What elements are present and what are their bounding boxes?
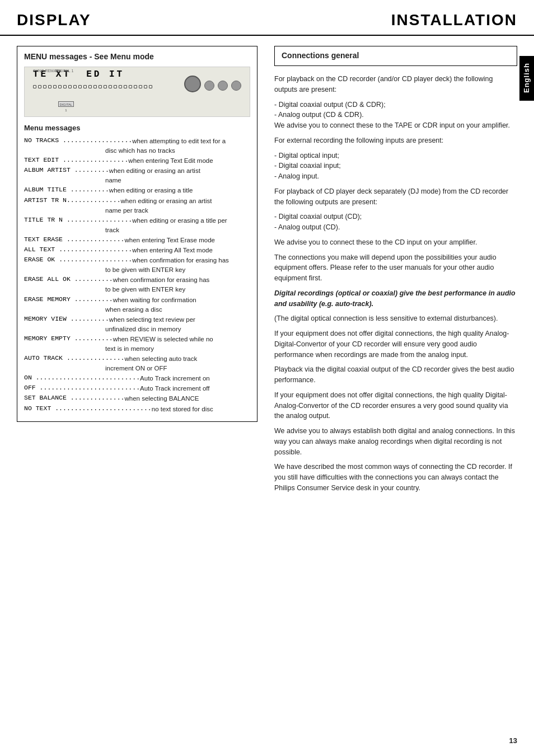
menu-code: ALBUM ARTIST .........	[24, 166, 109, 175]
page-number: 13	[509, 736, 517, 745]
menu-messages-title: Menu messages	[24, 124, 250, 132]
connections-para-13: The connections you make will depend upo…	[274, 252, 517, 284]
menu-desc-cont: when erasing a disc	[24, 305, 250, 314]
connections-content: For playback on the CD recorder (and/or …	[274, 74, 517, 494]
menu-code: ERASE ALL OK ..........	[24, 275, 113, 284]
connections-para-14: (The digital optical connection is less …	[274, 313, 517, 324]
menu-desc-cont: to be given with ENTER key	[24, 285, 250, 294]
list-item: NO TRACKS .................. when attemp…	[24, 137, 250, 155]
device-knob-small3	[231, 81, 241, 91]
device-dot	[119, 85, 122, 88]
connections-para-2: - Digital coaxial output (CD & CDR);	[274, 100, 517, 110]
connections-para-9: For playback of CD player deck separatel…	[274, 186, 517, 208]
header-installation-title: INSTALLATION	[391, 11, 517, 29]
device-dot	[33, 85, 36, 88]
menu-desc: Auto Track increment off	[140, 384, 209, 393]
menu-desc-cont: name per track	[24, 206, 250, 215]
menu-desc-cont: unfinalized disc in memory	[24, 325, 250, 334]
menu-desc-cont: disc which has no tracks	[24, 146, 250, 155]
menu-desc: when editing or erasing an artist	[109, 166, 200, 175]
connections-para-15: If your equipment does not offer digital…	[274, 328, 517, 360]
menu-code: ALL TEXT ...................	[24, 246, 132, 255]
list-item: TITLE TR N ................. when editin…	[24, 216, 250, 234]
device-dot	[48, 85, 51, 88]
list-item: SET BALANCE .............. when selectin…	[24, 394, 250, 403]
menu-desc-cont: name	[24, 176, 250, 185]
device-dots-row	[33, 85, 152, 88]
menu-desc: when editing or erasing a title	[109, 186, 193, 195]
menu-code: ON ...........................	[24, 374, 140, 383]
device-dot	[53, 85, 57, 88]
menu-desc-cont: to be given with ENTER key	[24, 265, 250, 274]
menu-table: NO TRACKS .................. when attemp…	[24, 137, 250, 414]
menu-desc: when selecting auto track	[124, 354, 197, 363]
list-item: ALL TEXT ................... when enteri…	[24, 246, 250, 255]
device-dot	[78, 85, 82, 88]
list-item: TEXT ERASE ............... when entering…	[24, 236, 250, 245]
device-bottom-label: DIGITAL 1	[58, 101, 75, 112]
connections-para-4: We advise you to connect these to the TA…	[274, 120, 517, 131]
device-image: TE XT ED IT	[24, 67, 250, 117]
device-dot	[129, 85, 132, 88]
list-item: MEMORY EMPTY .......... when REVIEW is s…	[24, 335, 250, 353]
device-dot	[83, 85, 87, 88]
language-tab: English	[519, 56, 534, 101]
menu-messages-box: MENU messages - See Menu mode TE XT ED I…	[17, 46, 257, 422]
device-dot	[73, 85, 77, 88]
device-knob-small2	[218, 81, 228, 91]
menu-desc: when REVIEW is selected while no	[113, 335, 213, 344]
device-dot	[149, 85, 152, 88]
list-item: MEMORY VIEW .......... when selecting te…	[24, 315, 250, 334]
connections-para-12: We advise you to connect these to the CD…	[274, 237, 517, 248]
list-item: AUTO TRACK ............... when selectin…	[24, 354, 250, 373]
menu-code: ERASE OK ...................	[24, 256, 132, 265]
list-item: ERASE OK ................... when confir…	[24, 256, 250, 274]
menu-code: TEXT ERASE ...............	[24, 236, 124, 245]
menu-desc: when waiting for confirmation	[113, 295, 196, 304]
list-item: ALBUM ARTIST ......... when editing or e…	[24, 166, 250, 185]
list-item: NO TEXT ......................... no tex…	[24, 405, 250, 414]
device-dot	[109, 85, 112, 88]
connections-para-10: - Digital coaxial output (CD);	[274, 212, 517, 222]
device-knob-small	[204, 81, 214, 91]
menu-desc: Auto Track increment on	[140, 374, 210, 383]
page: DISPLAY INSTALLATION English MENU messag…	[0, 0, 534, 756]
menu-code: ARTIST TR N..............	[24, 196, 121, 205]
device-dot	[134, 85, 137, 88]
connections-para-16: Playback via the digital coaxial output …	[274, 364, 517, 386]
device-dot	[68, 85, 72, 88]
menu-desc: when attempting to edit text for a	[132, 137, 226, 145]
menu-code: NO TEXT .........................	[24, 405, 152, 414]
connections-para-18: We advise you to always establish both d…	[274, 426, 517, 457]
list-item: ERASE MEMORY .......... when waiting for…	[24, 295, 250, 314]
list-item: TEXT EDIT ................. when enterin…	[24, 156, 250, 165]
menu-code: MEMORY VIEW ..........	[24, 315, 109, 324]
connections-para-3: - Analog output (CD & CDR).	[274, 110, 517, 120]
list-item: ON ........................... Auto Trac…	[24, 374, 250, 383]
list-item: ERASE ALL OK .......... when confirmatio…	[24, 275, 250, 294]
menu-code: NO TRACKS ..................	[24, 137, 132, 145]
connections-para-6: - Digital optical input;	[274, 151, 517, 161]
connections-para-17: If your equipment does not offer digital…	[274, 390, 517, 421]
device-dot	[144, 85, 147, 88]
device-dot	[139, 85, 142, 88]
menu-desc-cont: text is in memory	[24, 344, 250, 353]
menu-desc-cont: track	[24, 226, 250, 234]
device-controls	[184, 76, 241, 92]
menu-desc: when editing or erasing an artist	[121, 196, 212, 205]
main-content: MENU messages - See Menu mode TE XT ED I…	[0, 46, 534, 498]
menu-code: AUTO TRACK ...............	[24, 354, 124, 363]
menu-code: OFF ..........................	[24, 384, 140, 393]
menu-code: MEMORY EMPTY ..........	[24, 335, 113, 344]
connections-box: Connections general	[274, 46, 517, 66]
connections-para-11: - Analog output (CD).	[274, 222, 517, 233]
device-dot	[104, 85, 107, 88]
menu-code: ALBUM TITLE ..........	[24, 186, 109, 195]
device-knob-large	[184, 76, 201, 92]
menu-desc: when selecting BALANCE	[124, 394, 199, 403]
menu-code: ERASE MEMORY ..........	[24, 295, 113, 304]
connections-para-5: For external recording the following inp…	[274, 135, 517, 146]
device-dot	[63, 85, 67, 88]
connections-para-1: For playback on the CD recorder (and/or …	[274, 74, 517, 95]
list-item: ALBUM TITLE .......... when editing or e…	[24, 186, 250, 195]
